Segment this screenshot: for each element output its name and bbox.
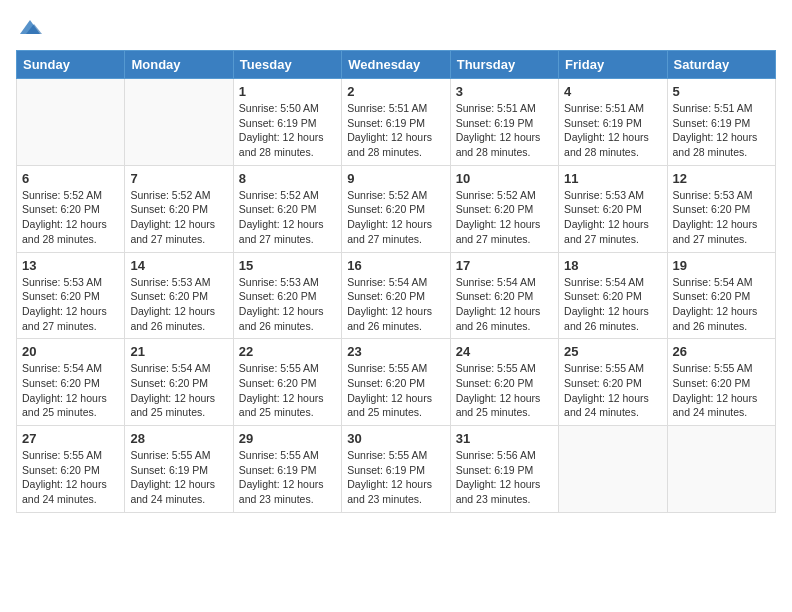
day-info: Sunrise: 5:56 AM Sunset: 6:19 PM Dayligh… (456, 448, 553, 507)
day-number: 24 (456, 344, 553, 359)
page-header (16, 16, 776, 38)
day-number: 2 (347, 84, 444, 99)
calendar-table: SundayMondayTuesdayWednesdayThursdayFrid… (16, 50, 776, 513)
day-info: Sunrise: 5:53 AM Sunset: 6:20 PM Dayligh… (564, 188, 661, 247)
day-info: Sunrise: 5:54 AM Sunset: 6:20 PM Dayligh… (130, 361, 227, 420)
week-row-1: 1Sunrise: 5:50 AM Sunset: 6:19 PM Daylig… (17, 79, 776, 166)
day-number: 5 (673, 84, 770, 99)
day-number: 10 (456, 171, 553, 186)
day-number: 31 (456, 431, 553, 446)
day-info: Sunrise: 5:55 AM Sunset: 6:19 PM Dayligh… (239, 448, 336, 507)
day-info: Sunrise: 5:53 AM Sunset: 6:20 PM Dayligh… (673, 188, 770, 247)
calendar-cell: 1Sunrise: 5:50 AM Sunset: 6:19 PM Daylig… (233, 79, 341, 166)
day-number: 21 (130, 344, 227, 359)
calendar-cell: 30Sunrise: 5:55 AM Sunset: 6:19 PM Dayli… (342, 426, 450, 513)
day-number: 29 (239, 431, 336, 446)
calendar-cell: 16Sunrise: 5:54 AM Sunset: 6:20 PM Dayli… (342, 252, 450, 339)
week-row-2: 6Sunrise: 5:52 AM Sunset: 6:20 PM Daylig… (17, 165, 776, 252)
day-number: 15 (239, 258, 336, 273)
calendar-cell: 26Sunrise: 5:55 AM Sunset: 6:20 PM Dayli… (667, 339, 775, 426)
calendar-cell: 11Sunrise: 5:53 AM Sunset: 6:20 PM Dayli… (559, 165, 667, 252)
day-info: Sunrise: 5:50 AM Sunset: 6:19 PM Dayligh… (239, 101, 336, 160)
calendar-cell: 19Sunrise: 5:54 AM Sunset: 6:20 PM Dayli… (667, 252, 775, 339)
calendar-cell: 4Sunrise: 5:51 AM Sunset: 6:19 PM Daylig… (559, 79, 667, 166)
calendar-cell: 3Sunrise: 5:51 AM Sunset: 6:19 PM Daylig… (450, 79, 558, 166)
day-info: Sunrise: 5:55 AM Sunset: 6:20 PM Dayligh… (564, 361, 661, 420)
day-number: 1 (239, 84, 336, 99)
calendar-cell: 29Sunrise: 5:55 AM Sunset: 6:19 PM Dayli… (233, 426, 341, 513)
day-info: Sunrise: 5:54 AM Sunset: 6:20 PM Dayligh… (347, 275, 444, 334)
day-info: Sunrise: 5:51 AM Sunset: 6:19 PM Dayligh… (673, 101, 770, 160)
day-info: Sunrise: 5:55 AM Sunset: 6:19 PM Dayligh… (347, 448, 444, 507)
day-info: Sunrise: 5:51 AM Sunset: 6:19 PM Dayligh… (347, 101, 444, 160)
day-info: Sunrise: 5:53 AM Sunset: 6:20 PM Dayligh… (239, 275, 336, 334)
calendar-cell: 14Sunrise: 5:53 AM Sunset: 6:20 PM Dayli… (125, 252, 233, 339)
day-number: 23 (347, 344, 444, 359)
calendar-cell: 22Sunrise: 5:55 AM Sunset: 6:20 PM Dayli… (233, 339, 341, 426)
day-info: Sunrise: 5:51 AM Sunset: 6:19 PM Dayligh… (564, 101, 661, 160)
day-number: 12 (673, 171, 770, 186)
calendar-cell: 21Sunrise: 5:54 AM Sunset: 6:20 PM Dayli… (125, 339, 233, 426)
calendar-cell: 2Sunrise: 5:51 AM Sunset: 6:19 PM Daylig… (342, 79, 450, 166)
calendar-cell (17, 79, 125, 166)
calendar-cell: 28Sunrise: 5:55 AM Sunset: 6:19 PM Dayli… (125, 426, 233, 513)
day-number: 17 (456, 258, 553, 273)
day-info: Sunrise: 5:55 AM Sunset: 6:20 PM Dayligh… (22, 448, 119, 507)
day-number: 19 (673, 258, 770, 273)
day-number: 26 (673, 344, 770, 359)
calendar-cell: 18Sunrise: 5:54 AM Sunset: 6:20 PM Dayli… (559, 252, 667, 339)
calendar-cell: 5Sunrise: 5:51 AM Sunset: 6:19 PM Daylig… (667, 79, 775, 166)
calendar-cell: 24Sunrise: 5:55 AM Sunset: 6:20 PM Dayli… (450, 339, 558, 426)
column-header-thursday: Thursday (450, 51, 558, 79)
calendar-cell: 31Sunrise: 5:56 AM Sunset: 6:19 PM Dayli… (450, 426, 558, 513)
calendar-cell: 13Sunrise: 5:53 AM Sunset: 6:20 PM Dayli… (17, 252, 125, 339)
calendar-cell: 23Sunrise: 5:55 AM Sunset: 6:20 PM Dayli… (342, 339, 450, 426)
week-row-4: 20Sunrise: 5:54 AM Sunset: 6:20 PM Dayli… (17, 339, 776, 426)
day-number: 11 (564, 171, 661, 186)
day-info: Sunrise: 5:52 AM Sunset: 6:20 PM Dayligh… (130, 188, 227, 247)
calendar-cell: 15Sunrise: 5:53 AM Sunset: 6:20 PM Dayli… (233, 252, 341, 339)
day-number: 16 (347, 258, 444, 273)
day-number: 8 (239, 171, 336, 186)
day-info: Sunrise: 5:52 AM Sunset: 6:20 PM Dayligh… (239, 188, 336, 247)
calendar-cell (125, 79, 233, 166)
calendar-cell: 12Sunrise: 5:53 AM Sunset: 6:20 PM Dayli… (667, 165, 775, 252)
day-info: Sunrise: 5:54 AM Sunset: 6:20 PM Dayligh… (456, 275, 553, 334)
week-row-3: 13Sunrise: 5:53 AM Sunset: 6:20 PM Dayli… (17, 252, 776, 339)
day-info: Sunrise: 5:53 AM Sunset: 6:20 PM Dayligh… (130, 275, 227, 334)
calendar-header-row: SundayMondayTuesdayWednesdayThursdayFrid… (17, 51, 776, 79)
day-info: Sunrise: 5:55 AM Sunset: 6:20 PM Dayligh… (347, 361, 444, 420)
calendar-cell: 7Sunrise: 5:52 AM Sunset: 6:20 PM Daylig… (125, 165, 233, 252)
calendar-cell (667, 426, 775, 513)
day-number: 22 (239, 344, 336, 359)
column-header-wednesday: Wednesday (342, 51, 450, 79)
column-header-friday: Friday (559, 51, 667, 79)
day-info: Sunrise: 5:54 AM Sunset: 6:20 PM Dayligh… (22, 361, 119, 420)
calendar-cell: 25Sunrise: 5:55 AM Sunset: 6:20 PM Dayli… (559, 339, 667, 426)
day-info: Sunrise: 5:53 AM Sunset: 6:20 PM Dayligh… (22, 275, 119, 334)
day-info: Sunrise: 5:54 AM Sunset: 6:20 PM Dayligh… (564, 275, 661, 334)
calendar-cell (559, 426, 667, 513)
column-header-saturday: Saturday (667, 51, 775, 79)
day-info: Sunrise: 5:52 AM Sunset: 6:20 PM Dayligh… (456, 188, 553, 247)
day-number: 7 (130, 171, 227, 186)
day-number: 20 (22, 344, 119, 359)
day-number: 25 (564, 344, 661, 359)
day-info: Sunrise: 5:52 AM Sunset: 6:20 PM Dayligh… (22, 188, 119, 247)
day-number: 28 (130, 431, 227, 446)
week-row-5: 27Sunrise: 5:55 AM Sunset: 6:20 PM Dayli… (17, 426, 776, 513)
calendar-cell: 27Sunrise: 5:55 AM Sunset: 6:20 PM Dayli… (17, 426, 125, 513)
day-info: Sunrise: 5:54 AM Sunset: 6:20 PM Dayligh… (673, 275, 770, 334)
day-info: Sunrise: 5:55 AM Sunset: 6:20 PM Dayligh… (673, 361, 770, 420)
calendar-cell: 6Sunrise: 5:52 AM Sunset: 6:20 PM Daylig… (17, 165, 125, 252)
calendar-cell: 9Sunrise: 5:52 AM Sunset: 6:20 PM Daylig… (342, 165, 450, 252)
calendar-cell: 20Sunrise: 5:54 AM Sunset: 6:20 PM Dayli… (17, 339, 125, 426)
calendar-cell: 17Sunrise: 5:54 AM Sunset: 6:20 PM Dayli… (450, 252, 558, 339)
calendar-cell: 10Sunrise: 5:52 AM Sunset: 6:20 PM Dayli… (450, 165, 558, 252)
day-number: 3 (456, 84, 553, 99)
logo-icon (16, 16, 44, 38)
day-number: 18 (564, 258, 661, 273)
day-number: 13 (22, 258, 119, 273)
day-number: 30 (347, 431, 444, 446)
column-header-sunday: Sunday (17, 51, 125, 79)
